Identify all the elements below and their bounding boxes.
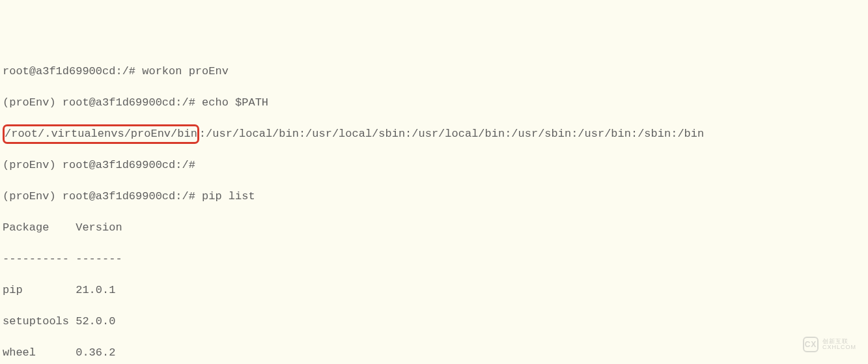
watermark-text-en: CXHLCOM — [822, 344, 856, 350]
terminal-line: wheel 0.36.2 — [0, 345, 868, 361]
watermark: CX 创新互联 CXHLCOM — [803, 337, 856, 352]
terminal-line: root@a3f1d69900cd:/# workon proEnv — [0, 64, 868, 79]
terminal-line: Package Version — [0, 220, 868, 236]
highlight-path-bin: /root/.virtualenvs/proEnv/bin — [3, 124, 199, 144]
terminal-line: pip 21.0.1 — [0, 283, 868, 298]
watermark-text: 创新互联 CXHLCOM — [822, 339, 856, 350]
terminal-text: :/usr/local/bin:/usr/local/sbin:/usr/loc… — [199, 128, 704, 140]
terminal-line: /root/.virtualenvs/proEnv/bin:/usr/local… — [0, 126, 868, 142]
terminal-line: (proEnv) root@a3f1d69900cd:/# pip list — [0, 189, 868, 204]
watermark-logo-icon: CX — [803, 337, 819, 352]
terminal-line: ---------- ------- — [0, 251, 868, 267]
terminal-line: (proEnv) root@a3f1d69900cd:/# echo $PATH — [0, 95, 868, 111]
terminal-line: setuptools 52.0.0 — [0, 314, 868, 329]
terminal-line: (proEnv) root@a3f1d69900cd:/# — [0, 158, 868, 173]
